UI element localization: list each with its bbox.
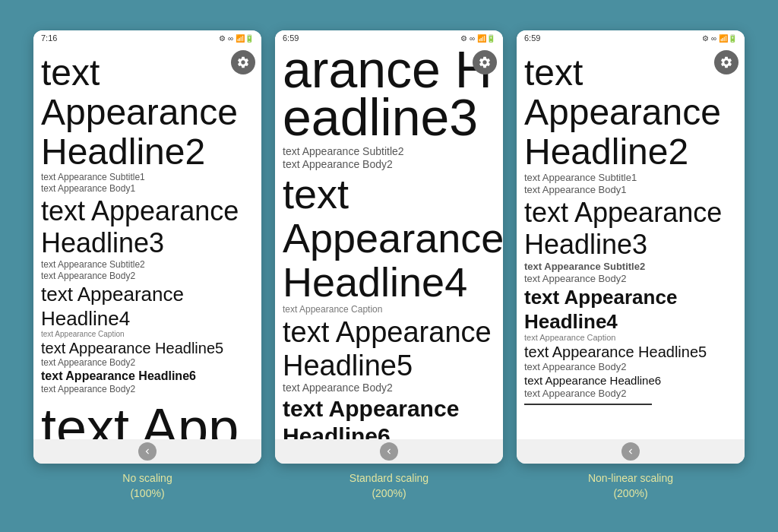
screen1: text Appearance Headline2 text Appearanc… [33, 46, 261, 439]
phone3: 6:59 ⚙ ∞ 📶🔋 text Appearance Headline2 te… [517, 30, 745, 464]
phone2-body2b: text Appearance Body2 [283, 382, 495, 394]
phone1-subtitle1: text Appearance Subtitle1 [41, 172, 254, 182]
phone1-oversized: text App [41, 401, 254, 439]
phone2-h1b: eadline3 [283, 92, 495, 143]
phone2: 6:59 ⚙ ∞ 📶🔋 arance H eadline3 text Appea… [275, 30, 503, 464]
phone3-text-label: text [524, 55, 737, 91]
phone2-label: Standard scaling (200%) [349, 471, 429, 501]
phone1-h3: text Appearance [41, 283, 254, 306]
phone3-h2b: Headline3 [524, 230, 737, 259]
phone1-h5: text Appearance Headline6 [41, 369, 254, 383]
time-3: 6:59 [524, 33, 540, 43]
main-container: 7:16 ⚙ ∞ 📶🔋 text Appearance Headline2 te… [0, 0, 778, 532]
phone1-text-label: text [41, 55, 254, 91]
phone3-body2c: text Appearance Body2 [524, 388, 737, 399]
status-bar-1: 7:16 ⚙ ∞ 📶🔋 [33, 30, 261, 46]
phone2-caption: text Appearance Caption [283, 304, 495, 315]
phone2-wrapper: 6:59 ⚙ ∞ 📶🔋 arance H eadline3 text Appea… [275, 30, 503, 501]
phone1-h2: text Appearance [41, 197, 254, 226]
nav-chevron-1[interactable] [138, 442, 157, 461]
phone3-h5: text Appearance Headline6 [524, 374, 737, 387]
phone3-divider [524, 404, 652, 405]
phone1-body2b: text Appearance Body2 [41, 357, 254, 368]
phone3-subtitle1: text Appearance Subtitle1 [524, 172, 737, 183]
phone3-h1b: Headline2 [524, 134, 737, 170]
phone3-body2b: text Appearance Body2 [524, 361, 737, 372]
phone1: 7:16 ⚙ ∞ 📶🔋 text Appearance Headline2 te… [33, 30, 261, 464]
time-2: 6:59 [283, 33, 299, 43]
screen3: text Appearance Headline2 text Appearanc… [517, 46, 745, 439]
phone2-body2: text Appearance Body2 [283, 158, 495, 170]
status-icons-1: ⚙ ∞ 📶🔋 [219, 34, 254, 43]
status-icons-2: ⚙ ∞ 📶🔋 [460, 34, 495, 43]
phone1-h1b: Headline2 [41, 134, 254, 170]
phone1-h3b: Headline4 [41, 308, 254, 330]
phone3-caption: text Appearance Caption [524, 333, 737, 342]
phone2-h3: text Appearance [283, 318, 495, 348]
phone1-label: No scaling (100%) [122, 471, 172, 501]
phone1-body2: text Appearance Body2 [41, 271, 254, 281]
status-bar-3: 6:59 ⚙ ∞ 📶🔋 [517, 30, 745, 46]
phone1-h4: text Appearance Headline5 [41, 340, 254, 356]
phone1-h1: Appearance [41, 94, 254, 131]
phone1-body2c: text Appearance Body2 [41, 384, 254, 394]
phone3-wrapper: 6:59 ⚙ ∞ 📶🔋 text Appearance Headline2 te… [517, 30, 745, 501]
phone1-body1: text Appearance Body1 [41, 183, 254, 194]
phone1-wrapper: 7:16 ⚙ ∞ 📶🔋 text Appearance Headline2 te… [33, 30, 261, 501]
status-icons-3: ⚙ ∞ 📶🔋 [702, 34, 737, 43]
phone1-caption: text Appearance Caption [41, 330, 254, 338]
phone1-h2b: Headline3 [41, 229, 254, 258]
phone3-body2: text Appearance Body2 [524, 273, 737, 284]
phone2-h2: text [283, 173, 495, 214]
nav-bar-3 [517, 439, 745, 464]
phone1-subtitle2: text Appearance Subtitle2 [41, 259, 254, 270]
status-bar-2: 6:59 ⚙ ∞ 📶🔋 [275, 30, 503, 46]
phone3-h3: text Appearance [524, 287, 737, 309]
phone3-h1: Appearance [524, 94, 737, 131]
phone3-h2: text Appearance [524, 198, 737, 227]
time-1: 7:16 [41, 33, 57, 43]
phone3-h3b: Headline4 [524, 311, 737, 333]
phone3-label: Non-linear scaling (200%) [588, 471, 673, 501]
phone3-subtitle2: text Appearance Subtitle2 [524, 261, 737, 272]
phone2-h4: text Appearance [283, 396, 495, 421]
nav-chevron-2[interactable] [380, 442, 398, 461]
phone2-h3b: Headline5 [283, 351, 495, 382]
phone3-h4: text Appearance Headline5 [524, 344, 737, 360]
phone2-h2b: Appearance [283, 217, 495, 258]
nav-bar-1 [33, 439, 261, 464]
phone2-h4b: Headline6 [283, 423, 495, 439]
phone3-body1: text Appearance Body1 [524, 184, 737, 195]
phone2-subtitle2: text Appearance Subtitle2 [283, 145, 495, 157]
phone2-h2c: Headline4 [283, 261, 495, 302]
nav-bar-2 [275, 439, 503, 464]
screen2: arance H eadline3 text Appearance Subtit… [275, 46, 503, 439]
nav-chevron-3[interactable] [621, 442, 640, 461]
